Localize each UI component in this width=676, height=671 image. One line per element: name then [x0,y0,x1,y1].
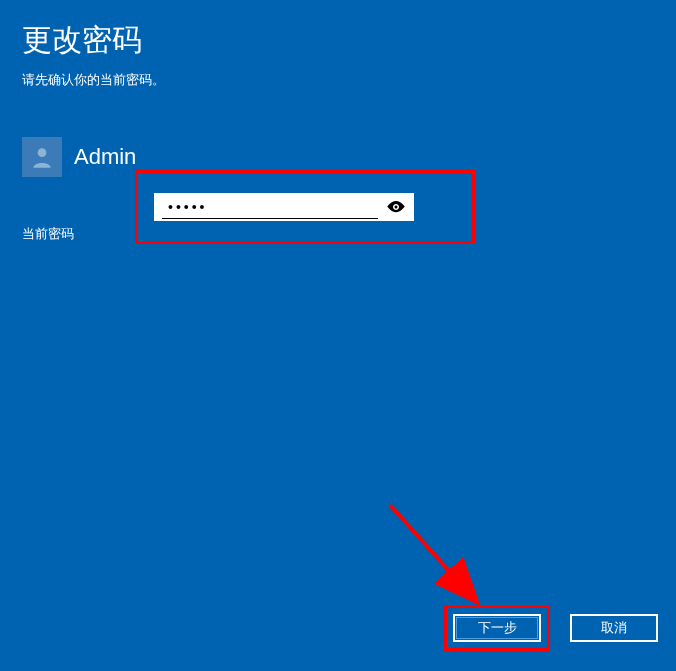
username-label: Admin [74,144,136,170]
svg-point-0 [38,148,47,157]
user-icon [29,144,55,170]
avatar [22,137,62,177]
current-password-input[interactable] [162,199,386,215]
button-row: 下一步 取消 [444,605,658,651]
highlight-annotation-input [135,170,475,244]
page-subtitle: 请先确认你的当前密码。 [22,71,654,89]
svg-line-2 [390,505,475,600]
next-button[interactable]: 下一步 [453,614,541,642]
reveal-password-icon[interactable] [386,201,406,213]
input-underline [162,218,378,219]
current-password-label: 当前密码 [22,225,142,243]
page-title: 更改密码 [22,20,654,61]
highlight-annotation-button: 下一步 [444,605,550,651]
cancel-button[interactable]: 取消 [570,614,658,642]
password-field-wrapper [154,193,414,221]
